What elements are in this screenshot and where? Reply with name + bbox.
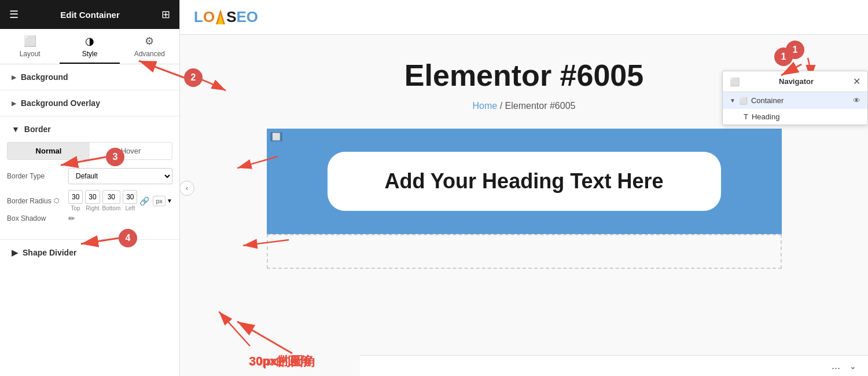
border-radius-icon: ⬡ <box>54 197 60 205</box>
radius-right-input[interactable] <box>85 190 100 204</box>
radius-bottom-input[interactable] <box>102 190 121 204</box>
bottom-bar: ... ⌄ <box>360 355 868 376</box>
tab-style[interactable]: ◑ Style <box>60 29 119 64</box>
border-label: Border <box>24 125 51 134</box>
logo-e: E <box>236 8 246 26</box>
link-icon[interactable]: 🔗 <box>139 196 149 206</box>
tab-advanced-label: Advanced <box>134 50 165 58</box>
radius-right-wrap: Right <box>85 190 100 211</box>
tab-advanced[interactable]: ⚙ Advanced <box>120 29 179 64</box>
background-label: Background <box>21 72 68 82</box>
border-radius-label: Border Radius ⬡ <box>7 197 65 205</box>
eye-icon[interactable]: 👁 <box>853 96 860 105</box>
navigator-panel: ⬜ Navigator ✕ ▼ ⬜ Container 👁 T Heading <box>722 71 868 125</box>
badge-1: 1 <box>774 48 793 66</box>
style-icon: ◑ <box>85 35 94 48</box>
border-header[interactable]: ▼ Border <box>0 116 179 142</box>
radius-left-label: Left <box>126 205 135 211</box>
bottom-bar-chevron[interactable]: ⌄ <box>849 362 856 371</box>
bottom-section <box>267 234 782 269</box>
container-corner-icon: ⬜ <box>270 132 282 141</box>
box-shadow-label: Box Shadow <box>7 214 65 222</box>
nav-heading-label: Heading <box>752 112 779 121</box>
page-title: Elementor #6005 <box>404 58 643 93</box>
page-content: Elementor #6005 Home / Elementor #6005 ⬜… <box>180 35 868 376</box>
nav-container-icon: ⬜ <box>739 97 748 105</box>
shape-divider-label: Shape Divider <box>23 248 76 257</box>
border-state-toggle: Normal Hover <box>7 142 172 160</box>
panel-title: Edit Container <box>60 10 120 20</box>
border-radius-row: Border Radius ⬡ Top Right <box>7 190 172 211</box>
box-shadow-edit-icon[interactable]: ✏ <box>68 214 75 223</box>
heading-text: Add Your Heading Text Here <box>384 169 663 193</box>
border-content: Normal Hover Border Type Default Border … <box>0 142 179 233</box>
shape-divider-arrow: ▶ <box>12 248 18 257</box>
radius-top-wrap: Top <box>68 190 83 211</box>
radius-bottom-wrap: Bottom <box>102 190 121 211</box>
hover-toggle[interactable]: Hover <box>90 143 172 159</box>
navigator-expand-icon[interactable]: ⬜ <box>730 77 740 86</box>
logo-o: O <box>203 8 215 26</box>
radius-top-label: Top <box>71 205 80 211</box>
panel-header: ☰ Edit Container ⊞ <box>0 0 179 29</box>
border-arrow: ▼ <box>12 125 20 134</box>
radius-left-wrap: Left <box>123 190 137 211</box>
breadcrumb-sep: / <box>500 101 502 111</box>
tab-layout[interactable]: ⬜ Layout <box>0 29 60 64</box>
background-section[interactable]: ▶ Background <box>0 64 179 90</box>
shape-divider-section[interactable]: ▶ Shape Divider <box>0 240 179 265</box>
bottom-bar-dots[interactable]: ... <box>832 360 840 372</box>
background-overlay-section[interactable]: ▶ Background Overlay <box>0 90 179 116</box>
annotation-text: 30px的圆角 <box>249 353 311 369</box>
white-heading-box: Add Your Heading Text Here <box>328 152 721 211</box>
border-section: ▼ Border Normal Hover Border Type Defaul… <box>0 116 179 240</box>
tab-layout-label: Layout <box>20 50 41 58</box>
site-logo: L O S E O <box>194 8 258 26</box>
radius-inputs: Top Right Bottom Left <box>68 190 149 211</box>
unit-chevron[interactable]: ▼ <box>167 198 172 204</box>
border-type-select[interactable]: Default <box>68 168 172 184</box>
collapse-panel-button[interactable]: ‹ <box>180 181 194 196</box>
grid-icon[interactable]: ⊞ <box>161 8 170 21</box>
navigator-heading-item[interactable]: T Heading <box>723 109 867 125</box>
box-shadow-row: Box Shadow ✏ <box>7 214 172 223</box>
site-header: L O S E O <box>180 0 868 35</box>
panel-scroll: ▶ Background ▶ Background Overlay ▼ Bord… <box>0 64 179 376</box>
navigator-title: Navigator <box>779 77 814 86</box>
breadcrumb: Home / Elementor #6005 <box>473 101 576 111</box>
blue-container[interactable]: ⬜ Add Your Heading Text Here <box>267 129 782 234</box>
hamburger-icon[interactable]: ☰ <box>9 8 19 21</box>
logo-s: S <box>226 8 236 26</box>
main-content: L O S E O Elementor #6005 Home / Element… <box>180 0 868 376</box>
tabs-bar: ⬜ Layout ◑ Style ⚙ Advanced <box>0 29 179 64</box>
navigator-close-icon[interactable]: ✕ <box>853 76 860 87</box>
background-arrow: ▶ <box>12 74 16 81</box>
logo-flame-icon <box>215 8 226 25</box>
logo-l: L <box>194 8 203 26</box>
background-overlay-arrow: ▶ <box>12 100 16 107</box>
nav-container-label: Container <box>751 96 784 105</box>
navigator-header: ⬜ Navigator ✕ <box>723 71 867 92</box>
breadcrumb-home[interactable]: Home <box>473 101 498 111</box>
unit-px[interactable]: px <box>153 196 165 206</box>
border-type-label: Border Type <box>7 172 65 180</box>
advanced-icon: ⚙ <box>145 35 154 48</box>
nav-container-arrow: ▼ <box>730 97 735 104</box>
navigator-container-item[interactable]: ▼ ⬜ Container 👁 <box>723 92 867 109</box>
nav-heading-icon: T <box>744 112 748 121</box>
layout-icon: ⬜ <box>24 35 36 48</box>
breadcrumb-current: Elementor #6005 <box>505 101 576 111</box>
background-overlay-label: Background Overlay <box>21 98 100 108</box>
normal-toggle[interactable]: Normal <box>8 143 90 159</box>
border-type-row: Border Type Default <box>7 168 172 184</box>
radius-top-input[interactable] <box>68 190 83 204</box>
radius-bottom-label: Bottom <box>102 205 121 211</box>
tab-style-label: Style <box>82 50 98 58</box>
radius-left-input[interactable] <box>123 190 137 204</box>
radius-right-label: Right <box>86 205 99 211</box>
logo-o2: O <box>247 8 258 26</box>
left-panel: ☰ Edit Container ⊞ ⬜ Layout ◑ Style ⚙ Ad… <box>0 0 180 376</box>
